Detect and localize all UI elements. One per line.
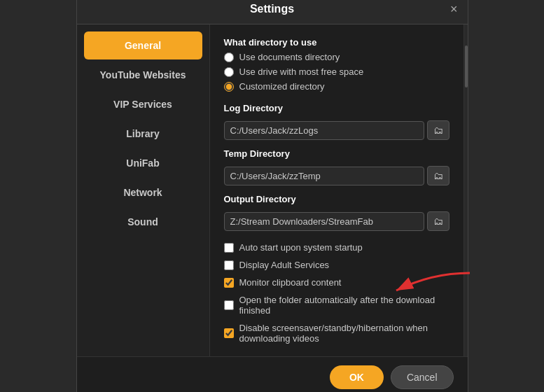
output-dir-group: Output Directory 🗂 xyxy=(224,194,449,231)
radio-group: Use documents directoryUse drive with mo… xyxy=(224,52,449,92)
checkbox-label-cb4: Open the folder automatically after the … xyxy=(239,295,449,316)
checkbox-item-cb2[interactable]: Display Adult Services xyxy=(224,260,449,270)
radio-item-r1[interactable]: Use documents directory xyxy=(224,52,449,62)
temp-dir-input[interactable] xyxy=(224,167,424,186)
scrollbar-track[interactable] xyxy=(463,24,468,356)
log-dir-browse-button[interactable]: 🗂 xyxy=(427,120,449,140)
main-content: What directory to use Use documents dire… xyxy=(210,24,463,356)
directory-section: What directory to use Use documents dire… xyxy=(224,37,449,94)
temp-dir-group: Temp Directory 🗂 xyxy=(224,148,449,186)
temp-dir-label: Temp Directory xyxy=(224,148,449,159)
radio-label-r3: Customized directory xyxy=(239,81,325,92)
dialog-title: Settings xyxy=(250,3,294,15)
output-dir-row: 🗂 xyxy=(224,211,449,231)
sidebar-item-network[interactable]: Network xyxy=(77,178,209,206)
dialog-body: GeneralYouTube WebsitesVIP ServicesLibra… xyxy=(77,24,468,356)
radio-item-r3[interactable]: Customized directory xyxy=(224,81,449,92)
checkbox-label-cb3: Monitor clipboard content xyxy=(239,277,342,288)
checkbox-item-cb1[interactable]: Auto start upon system startup xyxy=(224,242,449,253)
checkbox-item-cb3[interactable]: Monitor clipboard content xyxy=(224,277,449,288)
log-dir-label: Log Directory xyxy=(224,103,449,113)
sidebar: GeneralYouTube WebsitesVIP ServicesLibra… xyxy=(77,24,210,356)
radio-label-r2: Use drive with most free space xyxy=(239,66,364,77)
checkbox-item-cb4[interactable]: Open the folder automatically after the … xyxy=(224,295,449,316)
output-dir-input[interactable] xyxy=(224,212,424,231)
dialog-header: Settings × xyxy=(77,0,468,24)
radio-label-r1: Use documents directory xyxy=(239,52,340,62)
directory-section-label: What directory to use xyxy=(224,37,449,48)
output-dir-label: Output Directory xyxy=(224,194,449,204)
sidebar-item-unifab[interactable]: UniFab xyxy=(77,149,209,177)
output-dir-browse-button[interactable]: 🗂 xyxy=(427,211,449,231)
checkbox-label-cb5: Disable screensaver/standby/hibernation … xyxy=(239,323,449,344)
close-button[interactable]: × xyxy=(450,2,458,17)
sidebar-item-sound[interactable]: Sound xyxy=(77,208,209,236)
settings-dialog: Settings × GeneralYouTube WebsitesVIP Se… xyxy=(76,0,468,392)
log-dir-input[interactable] xyxy=(224,121,424,140)
checkbox-label-cb2: Display Adult Services xyxy=(239,260,330,270)
checkbox-item-cb5[interactable]: Disable screensaver/standby/hibernation … xyxy=(224,323,449,344)
checkbox-label-cb1: Auto start upon system startup xyxy=(239,242,363,253)
temp-dir-row: 🗂 xyxy=(224,166,449,186)
sidebar-item-general[interactable]: General xyxy=(84,31,202,59)
sidebar-item-vip[interactable]: VIP Services xyxy=(77,90,209,118)
sidebar-item-youtube[interactable]: YouTube Websites xyxy=(77,61,209,89)
ok-button[interactable]: OK xyxy=(330,365,384,389)
radio-item-r2[interactable]: Use drive with most free space xyxy=(224,66,449,77)
checkboxes-group: Auto start upon system startupDisplay Ad… xyxy=(224,242,449,344)
scrollbar-thumb xyxy=(465,46,468,88)
cancel-button[interactable]: Cancel xyxy=(391,365,454,389)
log-dir-group: Log Directory 🗂 xyxy=(224,103,449,140)
log-dir-row: 🗂 xyxy=(224,120,449,140)
dialog-footer: OK Cancel xyxy=(77,356,468,392)
temp-dir-browse-button[interactable]: 🗂 xyxy=(427,166,449,186)
sidebar-item-library[interactable]: Library xyxy=(77,120,209,148)
